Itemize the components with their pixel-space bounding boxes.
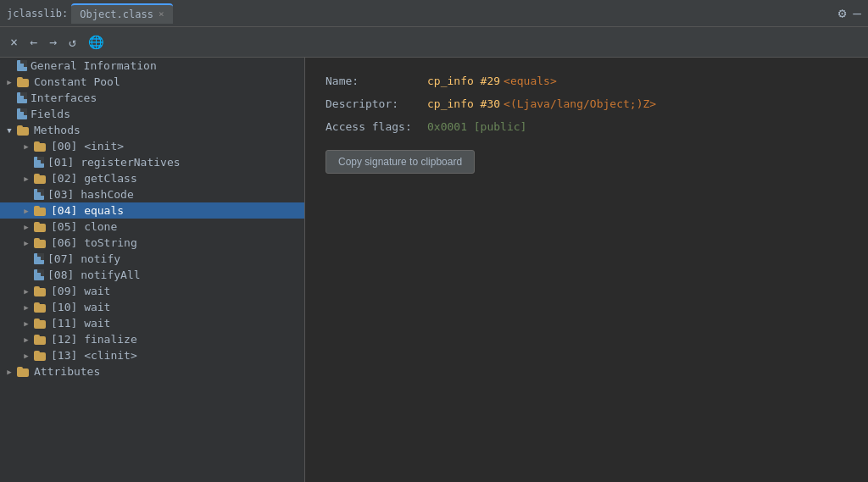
sidebar-item-label: [13] <clinit> bbox=[51, 349, 137, 362]
sidebar-item-method-wait1[interactable]: ▶[09] wait bbox=[0, 283, 304, 299]
copy-signature-button[interactable]: Copy signature to clipboard bbox=[326, 150, 475, 174]
sidebar-item-label: [11] wait bbox=[51, 317, 110, 330]
arrow-icon: ▶ bbox=[20, 207, 32, 215]
sidebar-item-label: [03] hashCode bbox=[47, 188, 134, 201]
name-value: cp_info #29<equals> bbox=[427, 75, 557, 87]
sidebar-item-methods[interactable]: ▼Methods bbox=[0, 122, 304, 138]
access-flags-value: 0x0001 [public] bbox=[427, 120, 526, 133]
descriptor-cp-link[interactable]: cp_info #30 bbox=[427, 97, 500, 110]
file-icon bbox=[17, 108, 27, 119]
arrow-icon: ▶ bbox=[20, 335, 32, 344]
sidebar-item-constant-pool[interactable]: ▶Constant Pool bbox=[0, 74, 304, 90]
main-content: General Information▶Constant PoolInterfa… bbox=[0, 58, 868, 482]
arrow-icon: ▶ bbox=[20, 239, 32, 247]
sidebar-tree: General Information▶Constant PoolInterfa… bbox=[0, 58, 305, 482]
arrow-icon: ▼ bbox=[3, 126, 15, 135]
sidebar-item-method-wait3[interactable]: ▶[11] wait bbox=[0, 315, 304, 331]
sidebar-item-label: [00] <init> bbox=[51, 140, 124, 152]
title-bar: jclasslib: Object.class × ⚙ — bbox=[0, 0, 868, 27]
folder-icon bbox=[17, 77, 31, 87]
folder-icon bbox=[34, 302, 47, 313]
sidebar-item-method-hashCode[interactable]: [03] hashCode bbox=[0, 186, 304, 202]
sidebar-item-interfaces[interactable]: Interfaces bbox=[0, 90, 304, 106]
folder-icon bbox=[34, 351, 47, 361]
folder-icon bbox=[34, 174, 47, 184]
sidebar-item-label: Fields bbox=[31, 108, 70, 120]
sidebar-item-label: [12] finalize bbox=[51, 333, 137, 346]
sidebar-item-method-clone[interactable]: ▶[05] clone bbox=[0, 219, 304, 235]
name-cp-name: <equals> bbox=[504, 75, 557, 87]
arrow-icon: ▶ bbox=[20, 303, 32, 312]
arrow-icon: ▶ bbox=[20, 142, 32, 151]
folder-icon bbox=[34, 335, 47, 345]
file-icon bbox=[34, 269, 44, 280]
sidebar-item-attributes[interactable]: ▶Attributes bbox=[0, 363, 304, 380]
sidebar-item-label: Constant Pool bbox=[34, 75, 120, 88]
sidebar-item-method-clinit[interactable]: ▶[13] <clinit> bbox=[0, 347, 304, 363]
file-icon bbox=[34, 157, 44, 168]
arrow-icon: ▶ bbox=[20, 287, 32, 296]
arrow-icon: ▶ bbox=[20, 223, 32, 231]
arrow-icon: ▶ bbox=[3, 368, 15, 376]
app-name: jclasslib: bbox=[7, 8, 68, 19]
detail-panel: Name: cp_info #29<equals> Descriptor: cp… bbox=[305, 58, 868, 482]
sidebar-item-label: Methods bbox=[34, 124, 81, 136]
file-icon bbox=[17, 60, 27, 71]
name-row: Name: cp_info #29<equals> bbox=[326, 75, 848, 87]
sidebar-item-method-notifyAll[interactable]: [08] notifyAll bbox=[0, 267, 304, 283]
sidebar-item-method-registerNatives[interactable]: [01] registerNatives bbox=[0, 154, 304, 170]
folder-icon bbox=[34, 286, 47, 296]
sidebar-item-method-init[interactable]: ▶[00] <init> bbox=[0, 138, 304, 154]
descriptor-label: Descriptor: bbox=[326, 97, 427, 110]
sidebar-item-label: Interfaces bbox=[31, 91, 97, 104]
access-flags-label: Access flags: bbox=[326, 120, 427, 133]
sidebar-item-general-info[interactable]: General Information bbox=[0, 58, 304, 74]
refresh-button[interactable]: ↺ bbox=[65, 33, 80, 52]
sidebar-item-label: [01] registerNatives bbox=[47, 156, 181, 169]
sidebar-item-fields[interactable]: Fields bbox=[0, 106, 304, 122]
descriptor-row: Descriptor: cp_info #30<(Ljava/lang/Obje… bbox=[326, 97, 848, 110]
folder-icon bbox=[34, 206, 47, 216]
sidebar-item-label: [02] getClass bbox=[51, 172, 137, 185]
forward-button[interactable]: → bbox=[46, 33, 60, 52]
folder-icon bbox=[34, 141, 47, 152]
arrow-icon: ▶ bbox=[3, 78, 15, 86]
tab-object-class[interactable]: Object.class × bbox=[71, 3, 172, 24]
access-flags-row: Access flags: 0x0001 [public] bbox=[326, 120, 848, 133]
sidebar-item-method-finalize[interactable]: ▶[12] finalize bbox=[0, 331, 304, 347]
gear-icon[interactable]: ⚙ bbox=[838, 5, 847, 21]
sidebar-item-method-toString[interactable]: ▶[06] toString bbox=[0, 235, 304, 251]
sidebar-item-label: [04] equals bbox=[51, 204, 124, 217]
tab-close-btn[interactable]: × bbox=[159, 8, 164, 19]
sidebar-item-label: [05] clone bbox=[51, 220, 117, 233]
sidebar-item-method-getClass[interactable]: ▶[02] getClass bbox=[0, 170, 304, 186]
sidebar-item-label: [10] wait bbox=[51, 301, 110, 313]
folder-icon bbox=[34, 238, 47, 248]
sidebar-item-label: [07] notify bbox=[47, 252, 120, 265]
sidebar-item-method-notify[interactable]: [07] notify bbox=[0, 251, 304, 267]
file-icon bbox=[34, 253, 44, 264]
arrow-icon: ▶ bbox=[20, 319, 32, 328]
arrow-icon: ▶ bbox=[20, 352, 32, 360]
toolbar: × ← → ↺ 🌐 bbox=[0, 27, 868, 58]
back-button[interactable]: ← bbox=[26, 33, 41, 52]
descriptor-cp-name: <(Ljava/lang/Object;)Z> bbox=[504, 97, 656, 110]
tab-label: Object.class bbox=[80, 8, 153, 20]
file-icon bbox=[17, 92, 27, 103]
name-label: Name: bbox=[326, 75, 427, 87]
sidebar-item-method-wait2[interactable]: ▶[10] wait bbox=[0, 299, 304, 315]
sidebar-item-method-equals[interactable]: ▶[04] equals bbox=[0, 202, 304, 219]
minimize-icon[interactable]: — bbox=[853, 5, 861, 21]
folder-icon bbox=[34, 222, 47, 232]
folder-icon bbox=[17, 125, 31, 136]
close-button[interactable]: × bbox=[7, 33, 21, 52]
sidebar-item-label: [06] toString bbox=[51, 236, 137, 249]
file-icon bbox=[34, 189, 44, 200]
folder-icon bbox=[34, 319, 47, 329]
name-cp-link[interactable]: cp_info #29 bbox=[427, 75, 500, 87]
folder-icon bbox=[17, 367, 31, 377]
browser-button[interactable]: 🌐 bbox=[85, 33, 108, 52]
arrow-icon: ▶ bbox=[20, 175, 32, 183]
sidebar-item-label: [09] wait bbox=[51, 285, 110, 297]
sidebar-item-label: [08] notifyAll bbox=[47, 269, 141, 281]
